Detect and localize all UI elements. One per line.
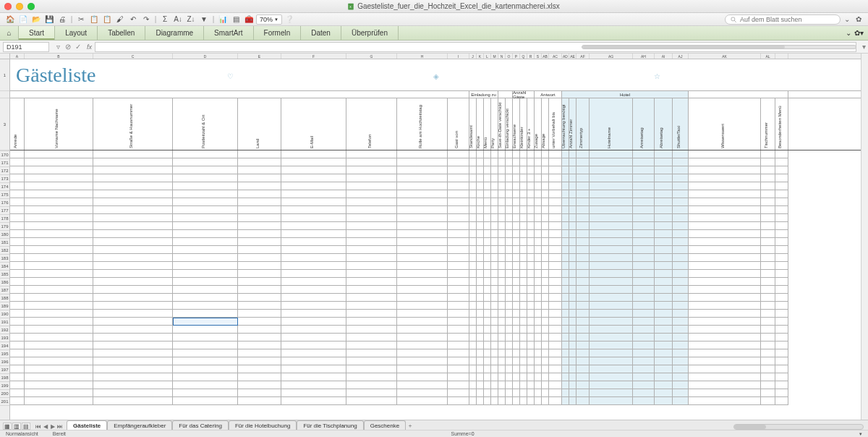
name-box[interactable]: D191 [3, 42, 49, 52]
col-letter[interactable]: A [10, 54, 25, 59]
table-row[interactable] [10, 326, 868, 334]
row-number[interactable]: 177 [0, 207, 9, 215]
row-number[interactable]: 189 [0, 302, 9, 310]
col-letter[interactable]: H [397, 54, 448, 59]
table-row[interactable] [10, 334, 868, 341]
page-layout-view-icon[interactable]: ▥ [12, 423, 21, 430]
table-row[interactable] [10, 397, 868, 405]
table-row[interactable] [10, 365, 868, 373]
row-number[interactable]: 191 [0, 318, 9, 326]
sheet-tab-für-die-hotelbuchung[interactable]: Für die Hotelbuchung [229, 420, 297, 430]
ribbon-tab-tabellen[interactable]: Tabellen [98, 26, 145, 40]
tab-nav-first-icon[interactable]: ⏮ [35, 423, 42, 430]
table-row[interactable] [10, 381, 868, 389]
table-row[interactable] [10, 318, 868, 326]
row-number[interactable]: 179 [0, 223, 9, 231]
col-letter[interactable]: S [535, 54, 542, 59]
help-icon[interactable]: ❔ [284, 14, 295, 25]
column-header-rolle[interactable]: Rolle am Hochzeitstag [397, 98, 448, 150]
col-letter[interactable]: I [448, 54, 469, 59]
top-horizontal-scroll[interactable] [582, 45, 856, 49]
page-break-view-icon[interactable]: ▤ [22, 423, 30, 430]
row-number[interactable]: 182 [0, 247, 9, 255]
row-number[interactable]: 170 [0, 151, 9, 159]
row-number[interactable]: 173 [0, 175, 9, 183]
col-letter[interactable] [775, 54, 788, 59]
row-number[interactable]: 186 [0, 279, 9, 287]
ribbon-tab-formeln[interactable]: Formeln [254, 26, 302, 40]
col-letter[interactable]: E [238, 54, 281, 59]
sheet-tab-geschenke[interactable]: Geschenke [364, 420, 406, 430]
column-header-abreisetag[interactable]: Abreisetag [655, 98, 673, 150]
ribbon-gear-icon[interactable]: ✿▾ [854, 29, 864, 37]
ribbon-tab-daten[interactable]: Daten [301, 26, 341, 40]
table-row[interactable] [10, 246, 868, 254]
table-row[interactable] [10, 286, 868, 294]
row-number[interactable]: 181 [0, 239, 9, 247]
paste-icon[interactable]: 📋 [101, 14, 113, 25]
row-number[interactable]: 187 [0, 287, 9, 294]
cut-icon[interactable]: ✂ [75, 14, 87, 25]
row-number[interactable]: 183 [0, 255, 9, 263]
column-header-anrede[interactable]: Anrede [10, 98, 25, 150]
col-letter[interactable]: AC [549, 54, 562, 59]
row-number[interactable]: 176 [0, 199, 9, 207]
gallery-icon[interactable]: ▤ [230, 14, 242, 25]
row-number[interactable]: 180 [0, 231, 9, 239]
table-row[interactable] [10, 349, 868, 357]
confirm-formula-icon[interactable]: ✓ [74, 43, 82, 51]
table-row[interactable] [10, 357, 868, 365]
col-letter[interactable]: AI [655, 54, 673, 59]
save-icon[interactable]: 💾 [43, 14, 55, 25]
normal-view-icon[interactable]: ▦ [3, 423, 12, 430]
row-number[interactable]: 192 [0, 326, 9, 334]
chart-icon[interactable]: 📊 [217, 14, 229, 25]
sheet-tab-für-das-catering[interactable]: Für das Catering [172, 420, 229, 430]
row-number[interactable]: 194 [0, 342, 9, 350]
column-header-unter_vorbehalt[interactable]: unter Vorbehalt bis [549, 98, 562, 150]
search-field[interactable] [725, 14, 841, 25]
settings-icon[interactable]: ✿ [854, 14, 864, 25]
col-letter[interactable]: N [498, 54, 506, 59]
table-row[interactable] [10, 198, 868, 206]
ribbon-tab-start[interactable]: Start [19, 26, 55, 40]
row-number[interactable]: 175 [0, 191, 9, 199]
table-row[interactable] [10, 373, 868, 381]
col-letter[interactable]: F [281, 54, 346, 59]
name-box-dropdown-icon[interactable]: ▿ [54, 43, 62, 51]
sort-desc-icon[interactable]: Z↓ [185, 14, 197, 25]
table-row[interactable] [10, 254, 868, 262]
col-letter[interactable]: AB [542, 54, 549, 59]
ribbon-tab-diagramme[interactable]: Diagramme [145, 26, 204, 40]
filter-icon[interactable]: ▼ [198, 14, 210, 25]
row-number[interactable]: 185 [0, 271, 9, 279]
column-header-besonderheiten[interactable]: Besonderheiten Menü [775, 98, 788, 150]
sheet-tab-für-die-tischplanung[interactable]: Für die Tischplanung [297, 420, 363, 430]
column-header-plz_ort[interactable]: Postleitzahl & Ort [173, 98, 238, 150]
col-letter[interactable]: AH [633, 54, 655, 59]
table-row[interactable] [10, 238, 868, 246]
col-letter[interactable]: R [527, 54, 535, 59]
open-icon[interactable]: 📂 [30, 14, 42, 25]
sheet-tab-empfängeraufkleber[interactable]: Empfängeraufkleber [107, 420, 172, 430]
row-number[interactable]: 199 [0, 382, 9, 390]
col-letter[interactable]: P [513, 54, 520, 59]
ribbon-tab-layout[interactable]: Layout [55, 26, 98, 40]
table-row[interactable] [10, 182, 868, 190]
col-letter[interactable]: C [93, 54, 173, 59]
row-number[interactable]: 190 [0, 310, 9, 318]
minimize-window-button[interactable] [16, 3, 23, 10]
table-row[interactable] [10, 214, 868, 222]
row-number[interactable]: 184 [0, 263, 9, 271]
column-header-hotelname[interactable]: Hotelname [590, 98, 633, 150]
column-header-zimmertyp[interactable]: Zimmertyp [576, 98, 590, 150]
row-number[interactable]: 198 [0, 374, 9, 382]
col-letter[interactable]: O [506, 54, 513, 59]
column-header-absage[interactable]: Absage [542, 98, 549, 150]
column-header-strasse[interactable]: Straße & Hausnummer [93, 98, 173, 150]
table-row[interactable] [10, 294, 868, 302]
status-dropdown-icon[interactable]: ▾ [859, 431, 862, 437]
row-number[interactable]: 178 [0, 215, 9, 223]
col-letter[interactable]: B [25, 54, 93, 59]
table-row[interactable] [10, 150, 868, 158]
